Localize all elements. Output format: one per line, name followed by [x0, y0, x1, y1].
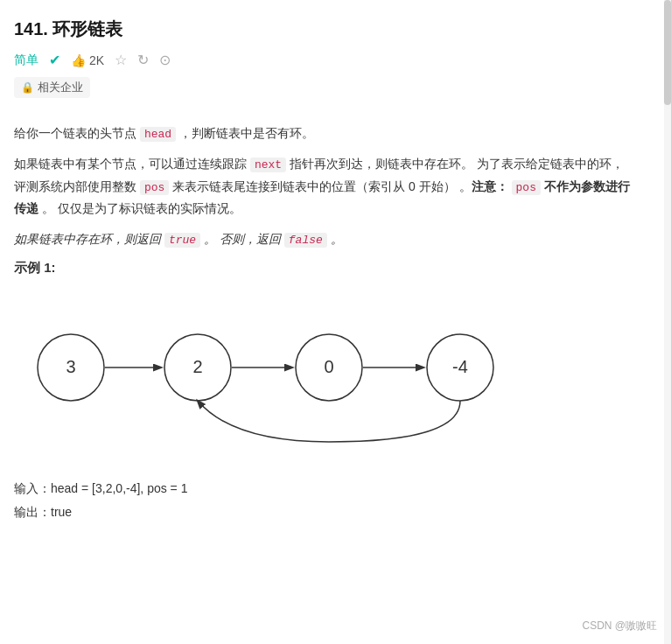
- like-count: 👍 2K: [71, 53, 104, 67]
- more-icon[interactable]: ⊙: [159, 52, 171, 68]
- scrollbar-thumb[interactable]: [664, 0, 671, 105]
- code-pos2: pos: [512, 180, 541, 195]
- refresh-icon[interactable]: ↻: [137, 52, 149, 68]
- company-tag[interactable]: 🔒 相关企业: [14, 77, 90, 98]
- svg-text:0: 0: [324, 357, 333, 376]
- code-pos1: pos: [140, 180, 169, 195]
- thumb-up-icon: 👍: [71, 53, 86, 67]
- scrollbar-track[interactable]: [664, 0, 671, 644]
- problem-title: 141. 环形链表: [14, 18, 635, 41]
- input-line: 输入：head = [3,2,0,-4], pos = 1: [14, 478, 635, 500]
- linked-list-diagram: 3 2 0 -4: [14, 289, 609, 464]
- svg-text:3: 3: [66, 357, 75, 376]
- code-true: true: [164, 233, 200, 248]
- code-head: head: [140, 127, 176, 142]
- code-next: next: [250, 158, 286, 172]
- description-para1: 给你一个链表的头节点 head ，判断链表中是否有环。 如果链表中有某个节点，可…: [14, 122, 635, 251]
- check-icon: ✔: [49, 52, 60, 68]
- svg-text:-4: -4: [452, 357, 468, 376]
- difficulty-badge: 简单: [14, 52, 38, 68]
- diagram-container: 3 2 0 -4: [14, 289, 635, 464]
- code-false: false: [284, 233, 327, 248]
- lock-icon: 🔒: [21, 81, 34, 94]
- example-title: 示例 1:: [14, 260, 635, 276]
- star-icon[interactable]: ☆: [115, 52, 127, 68]
- meta-row: 简单 ✔ 👍 2K ☆ ↻ ⊙: [14, 52, 635, 68]
- svg-text:2: 2: [192, 357, 202, 376]
- output-line: 输出：true: [14, 501, 635, 523]
- io-section: 输入：head = [3,2,0,-4], pos = 1 输出：true: [14, 478, 635, 523]
- csdn-watermark: CSDN @嗷嗷旺: [582, 619, 657, 634]
